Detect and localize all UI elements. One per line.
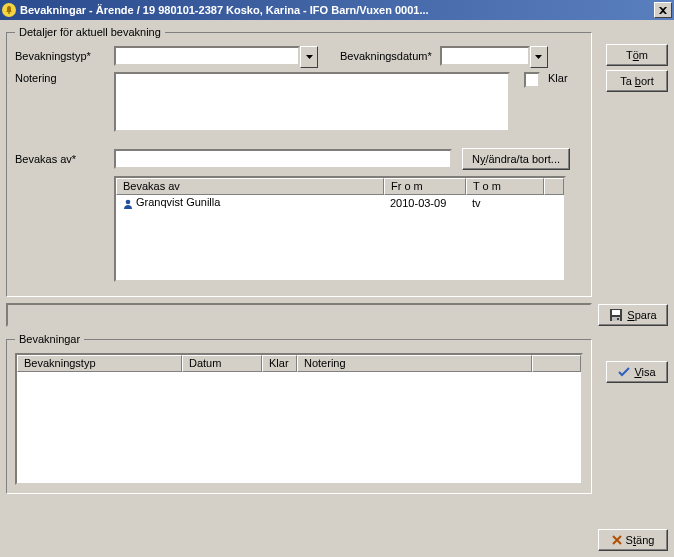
bevakas-header: Bevakas av Fr o m T o m: [116, 178, 564, 195]
col-spacer: [544, 178, 564, 195]
svg-rect-3: [612, 310, 620, 315]
bevakningstyp-input[interactable]: [114, 46, 300, 66]
bevakas-av-label: Bevakas av*: [15, 153, 110, 165]
klar-label: Klar: [548, 72, 568, 84]
col-datum[interactable]: Datum: [182, 355, 262, 372]
ta-bort-button[interactable]: Ta bort: [606, 70, 668, 92]
ny-andra-button[interactable]: Ny/ändra/ta bort...: [462, 148, 570, 170]
bevakningstyp-label: Bevakningstyp*: [15, 50, 110, 62]
client-area: Detaljer för aktuell bevakning Bevakning…: [0, 20, 674, 557]
spara-label: Spara: [627, 309, 656, 321]
list-group-title: Bevakningar: [15, 333, 84, 345]
bevakningar-listview[interactable]: Bevakningstyp Datum Klar Notering: [15, 353, 583, 485]
stang-button[interactable]: Stäng: [598, 529, 668, 551]
col-bevakas-av[interactable]: Bevakas av: [116, 178, 384, 195]
close-button[interactable]: [654, 2, 672, 18]
notering-textarea[interactable]: [114, 72, 510, 132]
stang-label: Stäng: [626, 534, 655, 546]
bevakningstyp-dropdown-button[interactable]: [300, 46, 318, 68]
window: Bevakningar - Ärende / 19 980101-2387 Ko…: [0, 0, 674, 557]
notering-label: Notering: [15, 72, 110, 84]
status-bar: [6, 303, 592, 327]
bell-icon: [2, 3, 16, 17]
col-tom[interactable]: T o m: [466, 178, 544, 195]
bevakningsdatum-input[interactable]: [440, 46, 530, 66]
titlebar: Bevakningar - Ärende / 19 980101-2387 Ko…: [0, 0, 674, 20]
detail-group: Detaljer för aktuell bevakning Bevakning…: [6, 26, 592, 297]
chevron-down-icon: [306, 55, 313, 59]
tom-label: Töm: [626, 49, 648, 61]
col-notering[interactable]: Notering: [297, 355, 532, 372]
bevakningsdatum-dropdown-button[interactable]: [530, 46, 548, 68]
window-title: Bevakningar - Ärende / 19 980101-2387 Ko…: [20, 4, 654, 16]
bevakningar-header: Bevakningstyp Datum Klar Notering: [17, 355, 581, 372]
col-from[interactable]: Fr o m: [384, 178, 466, 195]
close-icon: [659, 7, 667, 14]
svg-rect-5: [617, 318, 619, 320]
visa-label: Visa: [634, 366, 655, 378]
check-icon: [618, 366, 630, 378]
ny-andra-label: Ny/ändra/ta bort...: [472, 153, 560, 165]
ta-bort-label: Ta bort: [620, 75, 654, 87]
chevron-down-icon: [535, 55, 542, 59]
col-klar[interactable]: Klar: [262, 355, 297, 372]
bevakas-av-input[interactable]: [114, 149, 452, 169]
table-row[interactable]: Granqvist Gunilla2010-03-09tv: [116, 195, 564, 211]
detail-group-title: Detaljer för aktuell bevakning: [15, 26, 165, 38]
col-typ[interactable]: Bevakningstyp: [17, 355, 182, 372]
svg-point-1: [126, 199, 131, 204]
tom-button[interactable]: Töm: [606, 44, 668, 66]
x-icon: [612, 535, 622, 545]
save-icon: [609, 308, 623, 322]
col-spacer2: [532, 355, 581, 372]
bevakas-listview[interactable]: Bevakas av Fr o m T o m Granqvist Gunill…: [114, 176, 566, 282]
list-group: Bevakningar Bevakningstyp Datum Klar Not…: [6, 333, 592, 494]
bevakningsdatum-label: Bevakningsdatum*: [340, 50, 432, 62]
bevakningstyp-combo[interactable]: [114, 46, 318, 66]
svg-point-0: [8, 12, 10, 14]
spara-button[interactable]: Spara: [598, 304, 668, 326]
bevakningsdatum-combo[interactable]: [440, 46, 548, 66]
visa-button[interactable]: Visa: [606, 361, 668, 383]
klar-checkbox[interactable]: [524, 72, 540, 88]
user-icon: [122, 198, 134, 210]
